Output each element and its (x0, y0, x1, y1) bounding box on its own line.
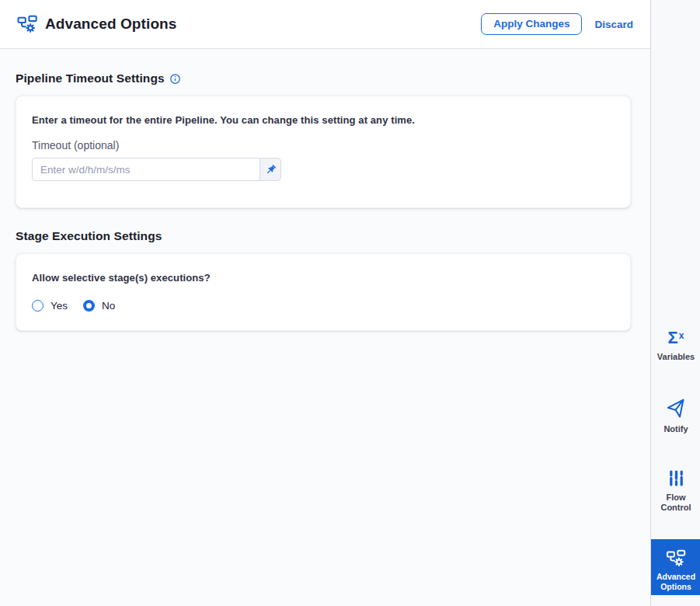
stage-execution-card: Allow selective stage(s) executions? Yes… (16, 253, 631, 331)
timeout-description: Enter a timeout for the entire Pipeline.… (32, 114, 615, 126)
sidebar-item-notify[interactable]: Notify (651, 399, 700, 434)
radio-option-no[interactable]: No (83, 300, 115, 312)
stage-execution-heading-row: Stage Execution Settings (16, 229, 631, 243)
pipeline-timeout-heading-row: Pipeline Timeout Settings (16, 71, 631, 85)
radio-option-yes[interactable]: Yes (32, 300, 68, 312)
pipeline-gear-icon (16, 13, 39, 35)
sidebar-item-advanced-options[interactable]: Advanced Options (651, 539, 700, 595)
sidebar-item-variables[interactable]: Σx Variables (651, 326, 700, 362)
input-type-pin-button[interactable] (259, 158, 281, 181)
section-heading-pipeline-timeout: Pipeline Timeout Settings (16, 71, 165, 85)
page-title: Advanced Options (45, 16, 176, 33)
pipeline-timeout-card: Enter a timeout for the entire Pipeline.… (16, 96, 631, 208)
section-heading-stage-execution: Stage Execution Settings (16, 229, 631, 243)
info-icon[interactable] (169, 73, 181, 85)
header-actions: Apply Changes Discard (481, 13, 633, 35)
sidebar-item-flow-control[interactable]: Flow Control (651, 467, 700, 513)
timeout-input[interactable] (32, 158, 259, 181)
radio-yes-label: Yes (50, 300, 68, 312)
radio-yes[interactable] (32, 300, 44, 312)
sliders-icon (651, 467, 700, 487)
stage-execution-question: Allow selective stage(s) executions? (32, 272, 615, 284)
discard-link[interactable]: Discard (594, 19, 633, 30)
timeout-input-group (32, 158, 281, 181)
radio-no-label: No (102, 300, 115, 312)
radio-no[interactable] (83, 300, 95, 312)
panel-header: Advanced Options Apply Changes Discard (0, 0, 650, 49)
sidebar-item-label: Advanced Options (651, 572, 700, 591)
panel-content: Pipeline Timeout Settings Enter a timeou… (0, 49, 650, 331)
timeout-label: Timeout (optional) (32, 139, 615, 152)
sidebar-item-label: Variables (651, 352, 700, 362)
selective-stage-radio-group: Yes No (32, 300, 615, 312)
pin-icon (265, 164, 277, 176)
sidebar-item-label: Notify (651, 424, 700, 434)
pipeline-gear-icon (651, 548, 700, 568)
paper-plane-icon (651, 399, 700, 419)
sigma-x-icon: Σx (651, 326, 700, 347)
apply-changes-button[interactable]: Apply Changes (481, 13, 582, 35)
right-sidebar: Σx Variables Notify Flow Control (650, 0, 700, 606)
sidebar-item-label: Flow Control (651, 493, 700, 513)
advanced-options-panel: Advanced Options Apply Changes Discard P… (0, 0, 650, 606)
